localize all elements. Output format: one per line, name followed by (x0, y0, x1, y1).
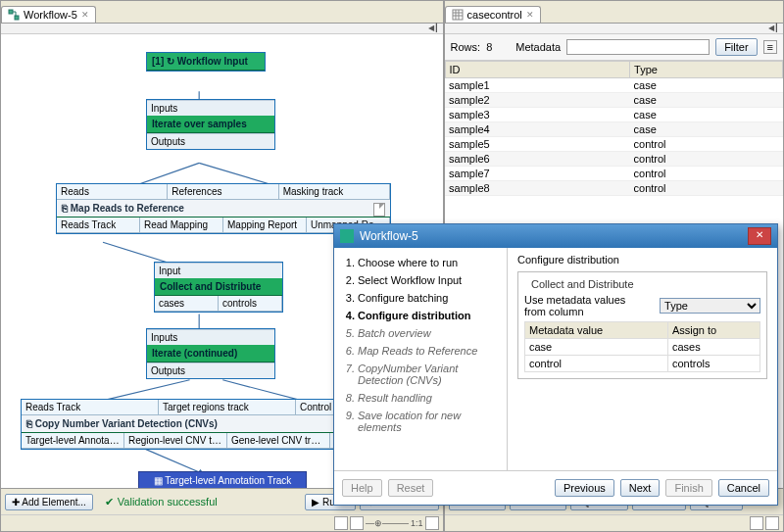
tab-workflow[interactable]: Workflow-5 ✕ (1, 6, 96, 23)
table-row[interactable]: sample6control (445, 152, 782, 167)
finish-button[interactable]: Finish (665, 479, 711, 497)
table-row[interactable]: sample8control (445, 181, 782, 196)
report-icon (373, 203, 385, 217)
table-row[interactable]: controlcontrols (525, 356, 760, 372)
add-element-button[interactable]: ✚ Add Element... (5, 494, 93, 510)
toggle-strip[interactable]: ◀┃ (445, 24, 783, 34)
col-metaval[interactable]: Metadata value (525, 322, 668, 339)
rows-label: Rows: (451, 41, 481, 53)
table-row[interactable]: sample4case (445, 122, 782, 137)
previous-button[interactable]: Previous (555, 479, 614, 497)
wizard-step[interactable]: Configure distribution (358, 307, 499, 324)
dialog-titlebar[interactable]: Workflow-5 ✕ (334, 224, 777, 248)
left-status-strip: —⊕——— 1:1 (1, 514, 443, 531)
table-row[interactable]: sample3case (445, 108, 782, 122)
view-icon[interactable] (750, 516, 763, 530)
tab-label: Workflow-5 (24, 9, 77, 21)
svg-rect-0 (9, 10, 13, 14)
use-metadata-label: Use metadata values from column (524, 294, 644, 317)
view-mode-icon[interactable] (334, 516, 348, 530)
zoom-label: 1:1 (411, 518, 423, 528)
wizard-step[interactable]: Configure batching (358, 289, 499, 307)
node-workflow-input[interactable]: [1] ↻ Workflow Input (146, 52, 266, 72)
wizard-step[interactable]: Result handling (358, 389, 499, 407)
wizard-dialog: Workflow-5 ✕ Choose where to runSelect W… (333, 223, 778, 506)
reset-button[interactable]: Reset (388, 479, 434, 497)
filter-menu-icon[interactable]: ≡ (763, 40, 777, 54)
fit-icon[interactable] (425, 516, 439, 530)
node-iterate-cont[interactable]: Inputs Iterate (continued) Outputs (146, 328, 275, 379)
wizard-step[interactable]: Batch overview (358, 324, 499, 342)
dialog-title: Workflow-5 (360, 229, 418, 243)
wizard-step[interactable]: CopyNumber Variant Detection (CNVs) (358, 360, 499, 389)
view-mode-icon[interactable] (350, 516, 364, 530)
metadata-label: Metadata (515, 41, 561, 53)
table-row[interactable]: sample7control (445, 167, 782, 181)
dialog-buttons: Help Reset Previous Next Finish Cancel (334, 470, 777, 505)
wizard-step[interactable]: Map Reads to Reference (358, 342, 499, 360)
right-tabbar: casecontrol ✕ (445, 1, 783, 24)
table-row[interactable]: sample2case (445, 93, 782, 108)
svg-rect-2 (453, 10, 463, 20)
assign-table: Metadata value Assign to casecasescontro… (524, 321, 760, 372)
next-button[interactable]: Next (620, 479, 661, 497)
node-result[interactable]: ▦ Target-level Annotation Track (138, 471, 307, 488)
col-assignto[interactable]: Assign to (667, 322, 760, 339)
close-icon[interactable]: ✕ (81, 10, 89, 20)
left-tabbar: Workflow-5 ✕ (1, 1, 443, 24)
view-icon[interactable] (765, 516, 779, 530)
table-row[interactable]: casecases (525, 339, 760, 356)
toggle-strip[interactable]: ◀┃ (1, 24, 443, 34)
close-icon[interactable]: ✕ (526, 10, 534, 20)
wizard-page: Configure distribution Collect and Distr… (508, 248, 777, 470)
table-row[interactable]: sample1case (445, 78, 782, 93)
group-title: Collect and Distribute (528, 278, 637, 290)
tab-casecontrol[interactable]: casecontrol ✕ (445, 6, 541, 23)
validation-status: ✔ Validation successful (97, 496, 301, 508)
wizard-step[interactable]: Select Workflow Input (358, 271, 499, 289)
rows-count: 8 (486, 41, 492, 53)
node-iterate[interactable]: Inputs Iterate over samples Outputs (146, 99, 275, 150)
wizard-step[interactable]: Choose where to run (358, 254, 499, 271)
table-toolbar: Rows: 8 Metadata Filter ≡ (445, 34, 783, 61)
col-id[interactable]: ID (445, 62, 629, 78)
dialog-app-icon (340, 229, 354, 243)
right-status-strip (445, 514, 783, 531)
wizard-step[interactable]: Save location for new elements (358, 407, 499, 436)
node-collect[interactable]: Input Collect and Distribute cases contr… (154, 262, 283, 313)
wizard-steps: Choose where to runSelect Workflow Input… (334, 248, 508, 470)
col-type[interactable]: Type (630, 62, 783, 78)
cancel-button[interactable]: Cancel (718, 479, 769, 497)
filter-button[interactable]: Filter (715, 38, 757, 56)
page-heading: Configure distribution (517, 254, 767, 266)
metadata-table: ID Type sample1casesample2casesample3cas… (445, 61, 783, 196)
help-button[interactable]: Help (342, 479, 382, 497)
dialog-close-button[interactable]: ✕ (748, 227, 771, 245)
metadata-column-select[interactable]: Type (660, 298, 760, 314)
tab-label: casecontrol (467, 9, 522, 21)
table-row[interactable]: sample5control (445, 137, 782, 152)
filter-input[interactable] (566, 39, 710, 55)
